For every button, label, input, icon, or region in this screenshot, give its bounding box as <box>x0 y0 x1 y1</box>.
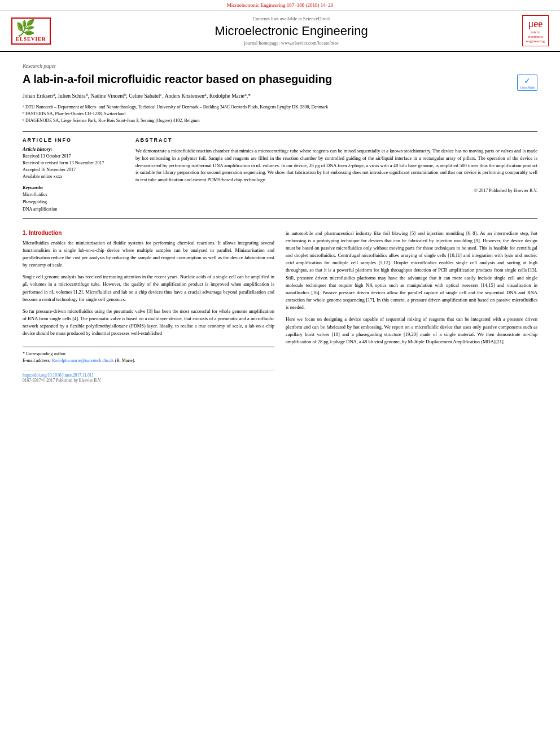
keyword-dna-amplification: DNA amplification <box>23 206 124 213</box>
body-two-col: 1. Introduction Microfluidics enables th… <box>23 230 537 383</box>
affiliations: ᵃ DTU Nanotech – Department of Micro- an… <box>23 104 537 124</box>
keywords-title: Keywords: <box>23 185 124 190</box>
revised-date: Received in revised form 13 November 201… <box>23 160 124 167</box>
journal-name: Microelectronic Engineering <box>79 24 504 38</box>
journal-volume-info: Microelectronic Engineering 187–188 (201… <box>0 0 560 11</box>
bottom-bar: https://doi.org/10.1016/j.mee.2017.11.01… <box>23 370 274 383</box>
paper-title: A lab-in-a-foil microfluidic reactor bas… <box>23 72 511 86</box>
journal-title-block: Contents lists available at ScienceDirec… <box>79 16 504 46</box>
article-type: Research paper <box>23 59 537 69</box>
elsevier-logo: 🌿 ELSEVIER <box>11 18 79 45</box>
footnote-area: * Corresponding author. E-mail address: … <box>23 347 274 364</box>
main-content: Research paper A lab-in-a-foil microflui… <box>0 52 560 390</box>
article-history: Article history: Received 13 October 201… <box>23 146 124 180</box>
email-link[interactable]: Rodolphe.marie@nanotech.dtu.dk <box>52 358 114 363</box>
elsevier-tree-icon: 🌿 <box>16 20 46 36</box>
affiliation-b: ᵇ FASTERIS SA, Plan-les-Ouates CH-1228, … <box>23 111 537 117</box>
history-title: Article history: <box>23 146 124 152</box>
article-info-abstract: ARTICLE INFO Article history: Received 1… <box>23 137 537 213</box>
sciencedirect-link[interactable]: Contents lists available at ScienceDirec… <box>79 16 504 21</box>
abstract-text: We demonstrate a microfluidic reaction c… <box>135 147 537 184</box>
body-para-4: in automobile and pharmaceutical industr… <box>286 230 537 312</box>
copyright-line: © 2017 Published by Elsevier B.V. <box>135 188 537 193</box>
authors-line: Johan Eriksenᵃ, Julien Schiraᵇ, Nadine V… <box>23 92 537 101</box>
crossmark-badge: ✓ CrossMark <box>517 75 537 91</box>
footnote-corresponding: * Corresponding author. <box>23 351 274 357</box>
divider-bottom-abstract <box>23 218 537 219</box>
available-online: Available online xxxx <box>23 173 124 180</box>
body-para-1: Microfluidics enables the miniaturisatio… <box>23 239 274 269</box>
journal-logo-right: μee microelectronicengineering <box>504 15 549 46</box>
crossmark-icon: ✓ <box>520 76 535 86</box>
divider-top <box>23 131 537 132</box>
mee-mu-icon: μee <box>526 18 545 30</box>
section1-title: 1. Introduction <box>23 230 274 236</box>
affiliation-c: ᶜ DIAGENODE SA, Liege Science Park, Rue … <box>23 117 537 124</box>
section1-label: Introduction <box>29 230 62 236</box>
keyword-microfluidics: Microfluidics <box>23 191 124 199</box>
article-info-title: ARTICLE INFO <box>23 137 124 143</box>
journal-homepage[interactable]: journal homepage: www.elsevier.com/locat… <box>79 40 504 46</box>
body-para-5: Here we focus on designing a device capa… <box>286 316 537 346</box>
volume-text: Microelectronic Engineering 187–188 (201… <box>227 2 333 8</box>
footnote-email: E-mail address: Rodolphe.marie@nanotech.… <box>23 357 274 364</box>
journal-header: 🌿 ELSEVIER Contents lists available at S… <box>0 11 560 52</box>
affiliation-a: ᵃ DTU Nanotech – Department of Micro- an… <box>23 104 537 111</box>
doi-link[interactable]: https://doi.org/10.1016/j.mee.2017.11.01… <box>23 373 274 378</box>
keywords-section: Keywords: Microfluidics Phaseguiding DNA… <box>23 185 124 213</box>
accepted-date: Accepted 16 November 2017 <box>23 167 124 173</box>
section1-number: 1. <box>23 230 27 236</box>
mee-label: microelectronicengineering <box>526 30 545 43</box>
abstract-title: ABSTRACT <box>135 137 537 143</box>
article-info-panel: ARTICLE INFO Article history: Received 1… <box>23 137 124 213</box>
body-section: 1. Introduction Microfluidics enables th… <box>23 230 537 383</box>
elsevier-wordmark: ELSEVIER <box>16 36 46 42</box>
body-para-2: Single cell genome analysis has received… <box>23 273 274 303</box>
body-para-3: So far pressure-driven microfluidics usi… <box>23 308 274 338</box>
body-left-col: 1. Introduction Microfluidics enables th… <box>23 230 274 383</box>
authors-text: Johan Eriksenᵃ, Julien Schiraᵇ, Nadine V… <box>23 93 251 99</box>
received-date: Received 13 October 2017 <box>23 153 124 160</box>
abstract-panel: ABSTRACT We demonstrate a microfluidic r… <box>135 137 537 213</box>
issn-line: 0167-9317/© 2017 Published by Elsevier B… <box>23 378 274 383</box>
mee-logo-box: μee microelectronicengineering <box>522 15 549 46</box>
body-right-col: in automobile and pharmaceutical industr… <box>286 230 537 383</box>
keyword-phaseguiding: Phaseguiding <box>23 199 124 206</box>
